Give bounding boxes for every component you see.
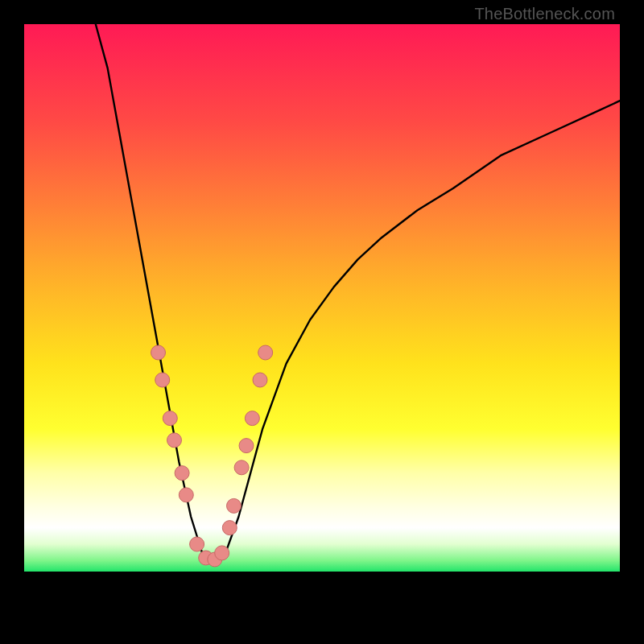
heat-gradient [24,24,620,572]
watermark-text: TheBottleneck.com [474,5,615,23]
plot-bottom-fill [24,572,620,620]
plot-frame [24,24,620,620]
